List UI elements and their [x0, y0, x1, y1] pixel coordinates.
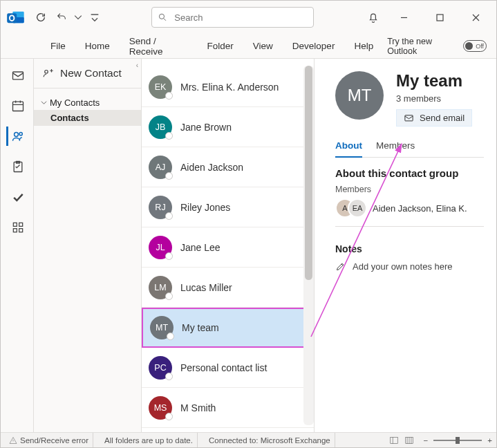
warning-icon [9, 436, 17, 445]
notes-placeholder: Add your own notes here [353, 261, 453, 272]
tree-parent-label: My Contacts [50, 97, 100, 108]
notifications-icon[interactable] [364, 8, 383, 27]
group-title: My team [396, 71, 472, 91]
envelope-icon [404, 113, 414, 123]
status-folders: All folders are up to date. [100, 433, 198, 447]
menu-help[interactable]: Help [346, 37, 382, 55]
svg-rect-12 [19, 223, 23, 226]
contact-avatar: JB [149, 115, 172, 139]
svg-rect-14 [19, 229, 23, 232]
presence-indicator-icon [165, 212, 173, 220]
presence-indicator-icon [165, 413, 173, 420]
contact-avatar: RJ [149, 196, 172, 219]
contact-list-item[interactable]: AJAiden Jackson [142, 147, 314, 187]
status-error[interactable]: Send/Receive error [5, 433, 93, 447]
zoom-slider[interactable] [433, 440, 482, 441]
contact-avatar: PC [149, 356, 172, 380]
menu-send-receive[interactable]: Send / Receive [121, 32, 196, 61]
rail-tasks-icon[interactable] [6, 157, 28, 176]
presence-indicator-icon [165, 92, 173, 100]
svg-point-9 [19, 133, 22, 136]
window-maximize-button[interactable] [424, 7, 455, 28]
contact-list-item[interactable]: MSM Smith [142, 388, 314, 428]
contact-list-item[interactable]: MTMy team [142, 308, 314, 348]
zoom-minus[interactable]: − [424, 436, 429, 445]
rail-more-apps-icon[interactable] [6, 218, 28, 237]
new-contact-label: New Contact [60, 67, 122, 80]
add-notes-button[interactable]: Add your own notes here [335, 261, 484, 272]
sync-icon[interactable] [32, 9, 49, 26]
view-normal-icon[interactable] [389, 436, 399, 445]
search-input[interactable] [173, 12, 308, 24]
tree-contacts-folder[interactable]: Contacts [34, 110, 141, 126]
outlook-logo-icon [6, 8, 26, 26]
contact-name: Riley Jones [180, 202, 230, 213]
send-email-button[interactable]: Send email [396, 109, 472, 127]
menu-view[interactable]: View [245, 37, 281, 55]
members-label: Members [335, 185, 484, 194]
status-connection: Connected to: Microsoft Exchange [205, 433, 335, 447]
contact-avatar: EK [149, 75, 172, 99]
svg-rect-6 [13, 72, 24, 80]
contact-list-item[interactable]: RJRiley Jones [142, 187, 314, 227]
contact-name: Jane Lee [180, 242, 221, 253]
tree-my-contacts[interactable]: My Contacts [34, 95, 141, 110]
menu-home[interactable]: Home [77, 37, 118, 55]
try-new-outlook-toggle[interactable]: Off [463, 40, 487, 52]
about-section-title: About this contact group [335, 167, 484, 179]
collapse-chevron-icon[interactable]: ‹ [136, 62, 138, 69]
new-contact-button[interactable]: New Contact [34, 59, 141, 88]
contact-name: Jane Brown [180, 122, 232, 133]
group-subtitle: 3 members [396, 93, 472, 104]
undo-dropdown-icon[interactable] [74, 9, 82, 26]
try-new-outlook-label: Try the new Outlook [387, 37, 458, 56]
member-avatar-stack: A EA [335, 198, 367, 218]
window-minimize-button[interactable] [388, 7, 419, 28]
new-contact-icon [42, 67, 55, 80]
tab-about[interactable]: About [335, 136, 362, 158]
member-names: Aiden Jackson, Elina K. [373, 203, 467, 214]
quick-access-chevron-icon[interactable] [86, 9, 103, 26]
menu-file[interactable]: File [42, 37, 74, 55]
contact-name: Mrs. Elina K. Anderson [180, 82, 279, 93]
svg-point-8 [15, 133, 19, 137]
tab-members[interactable]: Members [376, 136, 415, 157]
contact-name: M Smith [180, 402, 216, 413]
rail-people-icon[interactable] [6, 127, 28, 146]
contact-list-item[interactable]: PCPersonal contact list [142, 348, 314, 388]
undo-icon[interactable] [53, 9, 70, 26]
contact-avatar: MS [149, 396, 172, 420]
send-email-label: Send email [420, 113, 465, 123]
presence-indicator-icon [165, 172, 173, 180]
svg-rect-7 [13, 102, 24, 111]
view-reading-icon[interactable] [404, 436, 414, 445]
contact-avatar: JL [149, 236, 172, 259]
presence-indicator-icon [165, 292, 173, 300]
menu-folder[interactable]: Folder [199, 37, 242, 55]
zoom-plus[interactable]: + [487, 436, 492, 445]
scrollbar-thumb[interactable] [305, 66, 312, 280]
rail-calendar-icon[interactable] [6, 96, 28, 115]
svg-rect-13 [13, 229, 17, 232]
svg-rect-18 [390, 437, 397, 443]
contact-list-item[interactable]: LMLucas Miller [142, 268, 314, 308]
contact-list-item[interactable]: EKMrs. Elina K. Anderson [142, 67, 314, 107]
search-box[interactable] [151, 7, 314, 28]
menu-developer[interactable]: Developer [284, 37, 344, 55]
svg-rect-2 [7, 13, 17, 23]
contact-list-item[interactable]: JLJane Lee [142, 227, 314, 268]
window-close-button[interactable] [460, 7, 491, 28]
presence-indicator-icon [165, 373, 173, 380]
member-avatar: EA [348, 198, 367, 218]
contact-name: My team [182, 322, 219, 333]
rail-todo-icon[interactable] [6, 187, 28, 207]
contact-avatar: AJ [149, 156, 172, 179]
notes-title: Notes [335, 243, 484, 254]
contact-list-item[interactable]: JBJane Brown [142, 107, 314, 147]
presence-indicator-icon [165, 132, 173, 140]
svg-rect-11 [13, 223, 17, 226]
contact-name: Aiden Jackson [180, 162, 243, 173]
svg-rect-16 [405, 115, 413, 121]
pencil-icon [335, 261, 346, 272]
rail-mail-icon[interactable] [6, 66, 28, 85]
